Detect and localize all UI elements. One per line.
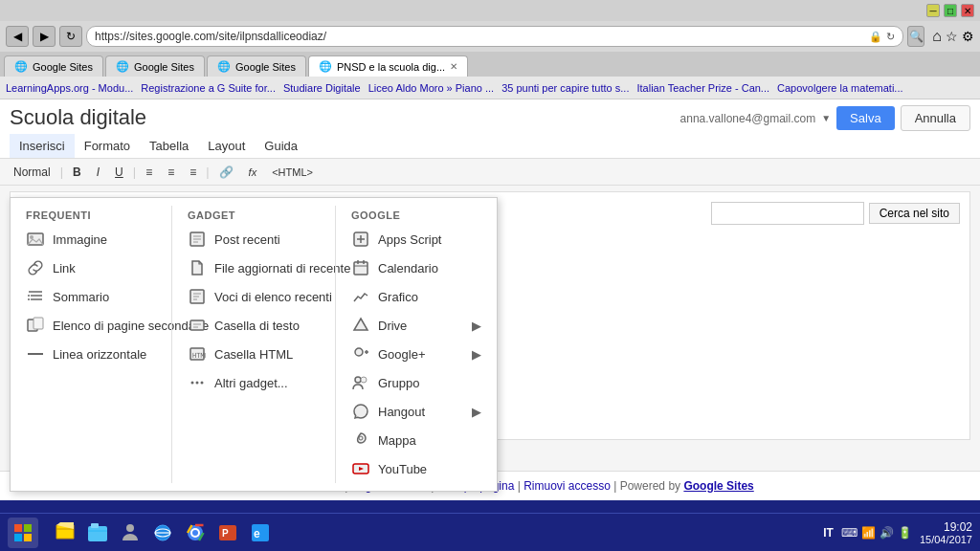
bookmark-2[interactable]: Registrazione a G Suite for...: [141, 82, 276, 94]
menu-item-gruppo[interactable]: Gruppo: [336, 368, 497, 397]
casella-testo-label: Casella di testo: [214, 319, 300, 333]
taskbar-app-ie2[interactable]: e: [245, 518, 276, 548]
minimize-btn[interactable]: ─: [926, 4, 940, 17]
toolbar-html[interactable]: <HTML>: [266, 165, 319, 180]
address-bar[interactable]: https://sites.google.com/site/ilpnsdalli…: [86, 26, 903, 47]
menu-item-mappa[interactable]: Mappa: [336, 426, 497, 454]
apps-script-icon: [351, 230, 370, 249]
menu-item-googleplus[interactable]: Google+ ▶: [336, 340, 497, 368]
menu-item-pagine-secondarie[interactable]: Elenco di pagine secondarie: [11, 311, 171, 340]
start-button[interactable]: [8, 518, 38, 548]
settings-icon[interactable]: ⚙: [962, 29, 974, 44]
forward-btn[interactable]: ▶: [33, 26, 56, 47]
cancel-button[interactable]: Annulla: [901, 105, 970, 131]
menu-item-post-recenti[interactable]: Post recenti: [172, 225, 335, 253]
menu-formato[interactable]: Formato: [75, 134, 140, 158]
toolbar-separator-1: |: [60, 165, 63, 179]
home-icon[interactable]: ⌂: [932, 28, 942, 45]
menu-item-calendario[interactable]: Calendario: [336, 253, 497, 282]
menu-tabella[interactable]: Tabella: [140, 134, 198, 158]
immagine-label: Immagine: [53, 232, 107, 247]
taskbar-app-chrome[interactable]: [180, 518, 211, 548]
menu-item-grafico[interactable]: Grafico: [336, 282, 497, 311]
clock-date: 15/04/2017: [920, 534, 972, 545]
tabs-bar: 🌐 Google Sites 🌐 Google Sites 🌐 Google S…: [0, 52, 980, 77]
menu-item-sommario[interactable]: Sommario: [11, 282, 171, 311]
close-btn[interactable]: ✕: [961, 4, 974, 17]
hangout-label: Hangout: [378, 405, 425, 419]
toolbar-align-center[interactable]: ≡: [162, 164, 180, 181]
taskbar-app-files[interactable]: [82, 518, 113, 548]
menu-item-youtube[interactable]: YouTube: [336, 454, 497, 483]
network-icon: 📶: [861, 526, 876, 540]
taskbar-app-powerpoint[interactable]: P: [212, 518, 243, 548]
menu-inserisci[interactable]: Inserisci: [10, 134, 75, 158]
toolbar-align-left[interactable]: ≡: [140, 164, 158, 181]
menu-item-file-recenti[interactable]: File aggiornati di recente: [172, 253, 335, 282]
menu-item-hangout[interactable]: Hangout ▶: [336, 397, 497, 426]
dropdown-menu: FREQUENTI Immagine Link: [10, 197, 498, 492]
menu-item-immagine[interactable]: Immagine: [11, 225, 171, 253]
post-icon: [188, 230, 207, 249]
save-button[interactable]: Salva: [836, 106, 895, 130]
search-input[interactable]: [711, 202, 864, 225]
toolbar-underline[interactable]: U: [109, 164, 129, 181]
menu-layout[interactable]: Layout: [198, 134, 255, 158]
tab-1[interactable]: 🌐 Google Sites: [4, 55, 103, 77]
bookmark-3[interactable]: Studiare Digitale: [283, 82, 361, 94]
more-icon: [188, 373, 207, 392]
toolbar-italic[interactable]: I: [91, 164, 105, 181]
toolbar-fx[interactable]: fx: [243, 164, 263, 181]
toolbar-font[interactable]: Normal: [8, 164, 56, 181]
bookmark-5[interactable]: 35 punti per capire tutto s...: [501, 82, 629, 94]
bookmarks-bar: LearningApps.org - Modu... Registrazione…: [0, 77, 980, 99]
bookmark-7[interactable]: Capovolgere la matemati...: [777, 82, 902, 94]
menu-item-apps-script[interactable]: Apps Script: [336, 225, 497, 253]
svg-point-33: [361, 377, 367, 383]
tab-icon-4: 🌐: [319, 60, 332, 73]
svg-rect-40: [24, 534, 32, 541]
taskbar-app-person[interactable]: [115, 518, 145, 548]
tab-2[interactable]: 🌐 Google Sites: [105, 55, 205, 77]
googleplus-arrow: ▶: [472, 347, 481, 362]
post-recenti-label: Post recenti: [214, 232, 280, 247]
language-indicator: IT: [823, 526, 834, 540]
menu-item-voci-elenco[interactable]: Voci di elenco recenti: [172, 282, 335, 311]
sites-header: anna.vallone4@gmail.com ▼ Salva Annulla …: [0, 99, 980, 159]
search-button[interactable]: Cerca nel sito: [869, 203, 960, 224]
menu-item-link[interactable]: Link: [11, 253, 171, 282]
bookmark-1[interactable]: LearningApps.org - Modu...: [6, 82, 133, 94]
toolbar-link[interactable]: 🔗: [213, 164, 239, 181]
dropdown-columns: FREQUENTI Immagine Link: [11, 198, 497, 491]
taskbar-app-explorer[interactable]: [50, 518, 80, 548]
back-btn[interactable]: ◀: [6, 26, 29, 47]
maximize-btn[interactable]: □: [944, 4, 957, 17]
grafico-label: Grafico: [378, 290, 418, 304]
google-sites-link[interactable]: Google Sites: [683, 479, 753, 493]
menu-item-linea[interactable]: Linea orizzontale: [11, 340, 171, 368]
toolbar-bold[interactable]: B: [67, 164, 87, 181]
calendario-label: Calendario: [378, 261, 438, 276]
menu-guida[interactable]: Guida: [255, 134, 307, 158]
menu-item-casella-testo[interactable]: Casella di testo: [172, 311, 335, 340]
tab-close-4[interactable]: ✕: [450, 61, 457, 72]
search-btn-nav[interactable]: 🔍: [907, 26, 924, 47]
menu-item-drive[interactable]: Drive ▶: [336, 311, 497, 340]
tab-3[interactable]: 🌐 Google Sites: [207, 55, 306, 77]
rimuovi-link[interactable]: Rimuovi accesso: [523, 479, 611, 493]
star-icon[interactable]: ☆: [946, 29, 958, 44]
dropdown-col-gadget: GADGET Post recenti File aggiornati di r…: [172, 198, 335, 491]
toolbar-align-right[interactable]: ≡: [184, 164, 202, 181]
link-icon: [26, 258, 45, 277]
volume-icon: 🔊: [880, 526, 894, 540]
bookmark-6[interactable]: Italian Teacher Prize - Can...: [636, 82, 769, 94]
tab-4[interactable]: 🌐 PNSD e la scuola dig... ✕: [308, 55, 468, 77]
menu-item-casella-html[interactable]: HTML Casella HTML: [172, 340, 335, 368]
menu-item-altri-gadget[interactable]: Altri gadget...: [172, 368, 335, 397]
bookmark-4[interactable]: Liceo Aldo Moro » Piano ...: [368, 82, 494, 94]
refresh-btn[interactable]: ↻: [59, 26, 82, 47]
taskbar-app-ie[interactable]: [147, 518, 178, 548]
svg-text:P: P: [222, 528, 229, 539]
googleplus-icon: [351, 344, 370, 364]
tab-icon-1: 🌐: [14, 60, 28, 73]
